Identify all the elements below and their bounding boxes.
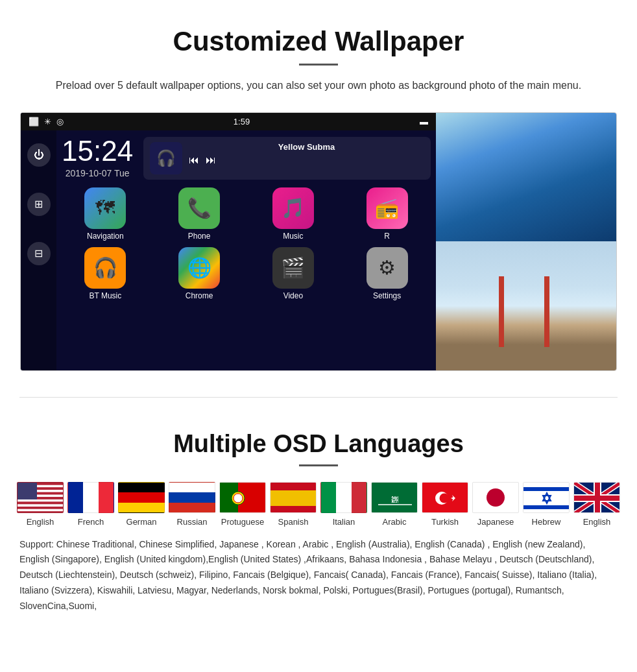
flag-label-japanese: Japanese (477, 517, 514, 527)
app-settings-label: Settings (373, 291, 401, 300)
app-radio[interactable]: 📻 R (343, 187, 431, 241)
clock-date: 2019-10-07 Tue (62, 168, 133, 178)
flag-item-english: English (17, 482, 64, 527)
equalizer-button[interactable]: ⊟ (27, 242, 51, 265)
svg-rect-1 (18, 485, 64, 487)
android-sidebar: ⏻ ⊞ ⊟ (21, 130, 56, 370)
app-btmusic[interactable]: 🎧 BT Music (62, 247, 149, 300)
battery-icon: ▬ (420, 117, 428, 126)
svg-rect-3 (18, 490, 64, 492)
svg-rect-2 (18, 487, 64, 490)
app-phone-label: Phone (188, 232, 211, 241)
wallpaper-section: Customized Wallpaper Preload over 5 defa… (0, 0, 637, 390)
clock-time: 15:24 (62, 137, 133, 165)
flag-fr (67, 482, 114, 513)
app-chrome[interactable]: 🌐 Chrome (156, 247, 243, 300)
prev-track-icon[interactable]: ⏮ (189, 154, 199, 166)
es-flag-svg (270, 483, 317, 513)
flag-it (320, 482, 367, 513)
android-screen: ⬜ ✳ ◎ 1:59 ▬ ⏻ ⊞ ⊟ (21, 113, 436, 370)
statusbar-left-icons: ⬜ ✳ ◎ (29, 117, 64, 126)
statusbar-time: 1:59 (234, 117, 250, 126)
svg-rect-12 (18, 511, 64, 513)
flag-ar: ﷽ (371, 482, 418, 513)
app-video[interactable]: 🎬 Video (250, 247, 337, 300)
app-radio-label: R (384, 232, 390, 241)
flag-item-arabic: ﷽ Arabic (371, 482, 418, 527)
apps-button[interactable]: ⊞ (27, 193, 51, 216)
svg-rect-10 (18, 507, 64, 509)
wallpaper-demo-container: ⬜ ✳ ◎ 1:59 ▬ ⏻ ⊞ ⊟ (20, 112, 617, 371)
app-navigation[interactable]: 🗺 Navigation (62, 187, 149, 241)
home-icon: ⬜ (29, 117, 39, 126)
navigation-icon: 🗺 (84, 187, 126, 229)
btmusic-icon: 🎧 (84, 247, 126, 289)
next-track-icon[interactable]: ⏭ (206, 154, 216, 166)
svg-rect-19 (270, 490, 317, 506)
chrome-icon: 🌐 (178, 247, 220, 289)
flag-item-russian: Russian (169, 482, 215, 527)
ar-flag-svg: ﷽ (372, 483, 418, 513)
bridge-image (436, 241, 616, 370)
phone-icon: 📞 (178, 187, 220, 229)
app-chrome-label: Chrome (186, 291, 213, 300)
flag-label-french: French (78, 517, 104, 527)
brightness-icon: ✳ (44, 117, 51, 126)
svg-rect-9 (18, 504, 64, 507)
music-widget: 🎧 Yellow Subma ⏮ ⏭ (143, 137, 431, 180)
svg-rect-41 (595, 483, 600, 513)
flag-label-english: English (27, 517, 54, 527)
clock-widget: 15:24 2019-10-07 Tue (62, 137, 133, 180)
languages-title-divider (299, 464, 338, 466)
flag-label-turkish: Turkish (431, 517, 459, 527)
flag-es (270, 482, 317, 513)
flag-item-hebrew: Hebrew (523, 482, 570, 527)
android-statusbar: ⬜ ✳ ◎ 1:59 ▬ (21, 113, 436, 130)
wallpaper-title: Customized Wallpaper (19, 26, 618, 57)
support-text: Support: Chinese Traditional, Chinese Si… (19, 537, 618, 614)
svg-rect-7 (18, 499, 64, 501)
flag-label-russian: Russian (177, 517, 208, 527)
svg-rect-30 (523, 505, 570, 509)
svg-rect-4 (18, 492, 64, 494)
section-divider (19, 397, 618, 398)
flag-label-arabic: Arabic (383, 517, 407, 527)
tr-flag-svg (422, 483, 468, 513)
android-main: 15:24 2019-10-07 Tue 🎧 Yellow Subma ⏮ ⏭ (56, 130, 436, 370)
music-title: Yellow Subma (150, 142, 424, 152)
title-divider (299, 64, 338, 66)
flag-us (17, 482, 64, 513)
flag-item-turkish: Turkish (422, 482, 468, 527)
svg-rect-8 (18, 501, 64, 504)
app-video-label: Video (283, 291, 303, 300)
music-icon: 🎵 (272, 187, 314, 229)
svg-point-25 (440, 493, 450, 503)
svg-text:﷽: ﷽ (391, 496, 398, 503)
wallpaper-thumb-ice (436, 113, 616, 242)
app-settings[interactable]: ⚙ Settings (343, 247, 431, 300)
flag-item-japanese: Japanese (472, 482, 519, 527)
flag-ru (169, 482, 215, 513)
app-phone[interactable]: 📞 Phone (156, 187, 243, 241)
flag-de (118, 482, 165, 513)
app-music[interactable]: 🎵 Music (250, 187, 337, 241)
svg-rect-11 (18, 509, 64, 511)
settings-icon: ⚙ (367, 247, 408, 289)
il-flag-svg (523, 483, 570, 513)
music-album-art: 🎧 (150, 142, 182, 174)
app-grid: 🗺 Navigation 📞 Phone 🎵 Music 📻 (62, 187, 431, 300)
svg-rect-5 (18, 494, 64, 497)
android-top-row: 15:24 2019-10-07 Tue 🎧 Yellow Subma ⏮ ⏭ (62, 137, 431, 180)
app-navigation-label: Navigation (87, 232, 124, 241)
app-music-label: Music (283, 232, 303, 241)
flag-il (523, 482, 570, 513)
flag-label-german: German (126, 517, 157, 527)
power-button[interactable]: ⏻ (27, 143, 51, 167)
radio-icon: 📻 (367, 187, 408, 229)
flag-label-italian: Italian (333, 517, 355, 527)
flag-uk (573, 482, 620, 513)
video-icon: 🎬 (272, 247, 314, 289)
ice-cave-image (436, 113, 616, 242)
wallpaper-thumb-bridge (436, 241, 616, 370)
flag-item-french: French (67, 482, 114, 527)
